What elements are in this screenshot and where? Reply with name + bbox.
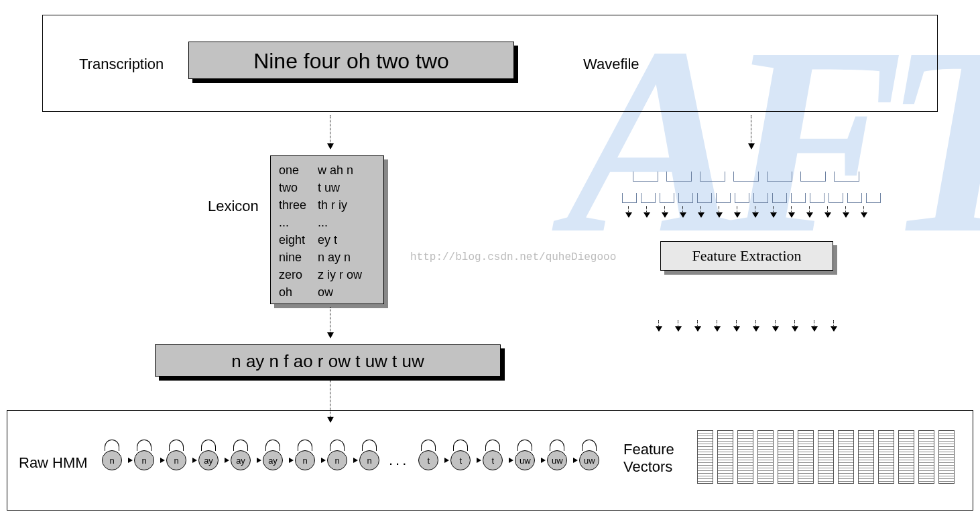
self-loop-icon <box>517 440 532 451</box>
feature-vectors <box>697 430 955 484</box>
transcription-box: Nine four oh two two <box>188 42 514 79</box>
feature-vector-column <box>778 430 794 484</box>
transition-arrow-icon <box>441 460 448 461</box>
transition-arrow-icon <box>221 460 228 461</box>
lexicon-row: threeth r iy <box>279 196 375 214</box>
hmm-state: n <box>102 450 122 470</box>
hmm-state: t <box>418 450 438 470</box>
frame-bracket-icon <box>767 172 792 182</box>
feature-vector-column <box>737 430 753 484</box>
transcription-label: Transcription <box>79 56 164 73</box>
hmm-ellipsis: ... <box>382 452 416 469</box>
frame-bracket-icon <box>716 193 731 203</box>
down-arrow-icon <box>646 206 647 217</box>
frame-bracket-icon <box>666 172 692 182</box>
frame-bracket-icon <box>829 193 843 203</box>
arrow-lexicon-to-phonemes <box>330 307 330 338</box>
lexicon-box: onew ah ntwot uwthreeth r iy......eighte… <box>270 155 384 304</box>
self-loop-icon <box>233 440 248 451</box>
down-arrow-icon <box>775 320 776 331</box>
hmm-state: t <box>450 450 471 470</box>
down-arrow-icon <box>717 320 717 331</box>
hmm-state: n <box>134 450 154 470</box>
down-arrow-icon <box>814 320 814 331</box>
frame-bracket-icon <box>660 193 674 203</box>
down-arrow-icon <box>755 206 755 217</box>
feature-vector-column <box>858 430 874 484</box>
lexicon-label: Lexicon <box>208 198 259 215</box>
self-loop-icon <box>582 440 597 451</box>
raw-hmm-label: Raw HMM <box>19 454 88 472</box>
transition-arrow-icon <box>350 460 357 461</box>
down-arrow-icon <box>791 206 792 217</box>
phoneme-box: n ay n f ao r ow t uw t uw <box>155 344 501 377</box>
arrows-feature-extraction-to-vectors <box>649 320 843 331</box>
frame-brackets-row-1 <box>633 172 859 182</box>
self-loop-icon <box>550 440 564 451</box>
feature-vector-column <box>697 430 713 484</box>
transition-arrow-icon <box>318 460 324 461</box>
hmm-chain: nnnayayaynnn...tttuwuwuw <box>99 450 602 470</box>
phoneme-text: n ay n f ao r ow t uw t uw <box>156 345 500 377</box>
feature-vectors-label-line1: Feature <box>623 441 674 458</box>
down-arrow-icon <box>719 206 719 217</box>
hmm-state: t <box>483 450 503 470</box>
lexicon-table: onew ah ntwot uwthreeth r iy......eighte… <box>271 156 383 306</box>
feature-vector-column <box>798 430 814 484</box>
frame-bracket-icon <box>810 193 824 203</box>
arrow-wavefile-down <box>751 115 751 149</box>
down-arrow-icon <box>700 206 701 217</box>
down-arrow-icon <box>678 320 678 331</box>
frame-bracket-icon <box>678 193 693 203</box>
self-loop-icon <box>137 440 151 451</box>
arrow-transcription-to-lexicon <box>330 115 330 149</box>
down-arrow-icon <box>809 206 810 217</box>
feature-vector-column <box>838 430 854 484</box>
self-loop-icon <box>330 440 345 451</box>
hmm-state: n <box>359 450 379 470</box>
feature-vector-column <box>938 430 955 484</box>
transition-arrow-icon <box>125 460 131 461</box>
self-loop-icon <box>453 440 468 451</box>
hmm-state: ay <box>198 450 219 470</box>
transition-arrow-icon <box>157 460 164 461</box>
self-loop-icon <box>105 440 119 451</box>
frame-bracket-icon <box>800 172 826 182</box>
feature-vector-column <box>757 430 774 484</box>
self-loop-icon <box>362 440 377 451</box>
transition-arrow-icon <box>473 460 480 461</box>
down-arrow-icon <box>827 206 828 217</box>
lexicon-row: ninen ay n <box>279 249 375 266</box>
hmm-state: n <box>327 450 347 470</box>
lexicon-row: eightey t <box>279 231 375 249</box>
transition-arrow-icon <box>538 460 544 461</box>
feature-vector-column <box>878 430 894 484</box>
hmm-state: n <box>295 450 315 470</box>
self-loop-icon <box>169 440 184 451</box>
down-arrow-icon <box>664 206 665 217</box>
feature-extraction-label: Feature Extraction <box>661 242 833 270</box>
down-arrow-icon <box>833 320 834 331</box>
down-arrow-icon <box>773 206 774 217</box>
self-loop-icon <box>265 440 280 451</box>
lexicon-row: zeroz iy r ow <box>279 266 375 283</box>
down-arrow-icon <box>628 206 629 217</box>
transition-arrow-icon <box>253 460 260 461</box>
lexicon-row: ...... <box>279 214 375 231</box>
arrows-frames-to-feature-extraction <box>619 206 873 217</box>
transition-arrow-icon <box>189 460 196 461</box>
down-arrow-icon <box>755 320 756 331</box>
hmm-state: uw <box>515 450 535 470</box>
down-arrow-icon <box>682 206 683 217</box>
frame-bracket-icon <box>791 193 806 203</box>
frame-bracket-icon <box>772 193 787 203</box>
transition-arrow-icon <box>505 460 512 461</box>
feature-vector-column <box>898 430 914 484</box>
self-loop-icon <box>421 440 436 451</box>
self-loop-icon <box>201 440 216 451</box>
feature-vectors-label-line2: Vectors <box>623 458 672 476</box>
self-loop-icon <box>298 440 312 451</box>
feature-vector-column <box>918 430 934 484</box>
hmm-state: uw <box>547 450 567 470</box>
hmm-state: ay <box>231 450 251 470</box>
